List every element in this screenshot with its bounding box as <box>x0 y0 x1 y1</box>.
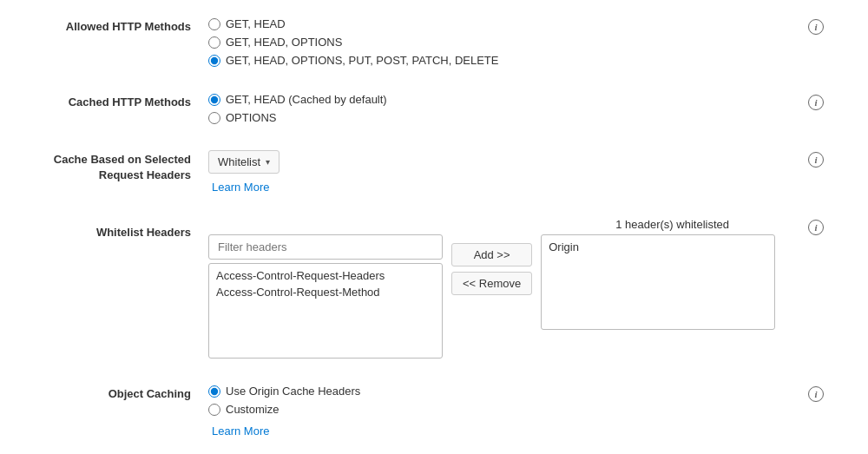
cached-label-2: OPTIONS <box>226 111 277 124</box>
cache-based-headers-info[interactable]: i <box>799 150 833 168</box>
whitelist-count-text: 1 header(s) whitelisted <box>615 218 729 231</box>
allowed-http-methods-controls: GET, HEAD GET, HEAD, OPTIONS GET, HEAD, … <box>208 17 799 69</box>
object-caching-option-1[interactable]: Use Origin Cache Headers <box>208 385 799 398</box>
cached-http-methods-info[interactable]: i <box>799 93 833 110</box>
object-caching-learn-more-link[interactable]: Learn More <box>212 424 799 438</box>
cache-based-headers-label: Cache Based on Selected Request Headers <box>35 150 208 183</box>
object-caching-radio-2[interactable] <box>208 404 220 416</box>
whitelist-headers-info-icon[interactable]: i <box>808 220 824 235</box>
allowed-option-2[interactable]: GET, HEAD, OPTIONS <box>208 36 799 49</box>
allowed-radio-1[interactable] <box>208 18 220 30</box>
cache-based-learn-more-link[interactable]: Learn More <box>212 181 799 194</box>
object-caching-controls: Use Origin Cache Headers Customize Learn… <box>208 385 799 438</box>
whitelist-dropdown-btn[interactable]: Whitelist ▾ <box>208 150 279 174</box>
header-item-access-control-request-method[interactable]: Access-Control-Request-Method <box>209 284 442 300</box>
allowed-info-icon[interactable]: i <box>808 19 824 35</box>
allowed-label-3: GET, HEAD, OPTIONS, PUT, POST, PATCH, DE… <box>226 54 498 67</box>
allowed-label-1: GET, HEAD <box>226 17 286 30</box>
cached-option-2[interactable]: OPTIONS <box>208 111 799 124</box>
allowed-http-methods-row: Allowed HTTP Methods GET, HEAD GET, HEAD… <box>35 17 833 77</box>
allowed-option-3[interactable]: GET, HEAD, OPTIONS, PUT, POST, PATCH, DE… <box>208 54 799 67</box>
whitelisted-col: Origin <box>541 234 775 330</box>
cached-http-methods-row: Cached HTTP Methods GET, HEAD (Cached by… <box>35 93 833 135</box>
allowed-radio-2[interactable] <box>208 36 220 49</box>
cache-based-headers-controls: Whitelist ▾ Learn More <box>208 150 799 194</box>
whitelist-dropdown-label: Whitelist <box>218 155 260 168</box>
whitelist-headers-controls: 1 header(s) whitelisted Access-Control-R… <box>208 218 799 359</box>
cached-option-1[interactable]: GET, HEAD (Cached by default) <box>208 93 799 106</box>
available-headers-list: Access-Control-Request-Headers Access-Co… <box>208 263 443 359</box>
whitelisted-headers-list: Origin <box>541 234 775 330</box>
allowed-option-1[interactable]: GET, HEAD <box>208 17 799 30</box>
dropdown-arrow-icon: ▾ <box>266 157 270 167</box>
object-caching-row: Object Caching Use Origin Cache Headers … <box>35 385 833 446</box>
cached-http-methods-controls: GET, HEAD (Cached by default) OPTIONS <box>208 93 799 126</box>
cached-http-methods-label: Cached HTTP Methods <box>35 93 208 110</box>
object-caching-label-2: Customize <box>226 403 279 416</box>
allowed-label-2: GET, HEAD, OPTIONS <box>226 36 342 49</box>
filter-headers-input[interactable] <box>208 234 443 260</box>
cached-label-1: GET, HEAD (Cached by default) <box>226 93 387 106</box>
object-caching-option-2[interactable]: Customize <box>208 403 799 416</box>
allowed-http-methods-info[interactable]: i <box>799 17 833 35</box>
object-caching-info[interactable]: i <box>799 385 833 402</box>
whitelist-headers-label: Whitelist Headers <box>35 218 208 240</box>
whitelist-headers-row: Whitelist Headers 1 header(s) whiteliste… <box>35 218 833 367</box>
object-caching-label: Object Caching <box>35 385 208 402</box>
object-caching-radio-1[interactable] <box>208 385 220 398</box>
whitelisted-header-origin[interactable]: Origin <box>542 239 774 255</box>
whitelist-headers-info[interactable]: i <box>799 218 833 235</box>
header-item-access-control-request-headers[interactable]: Access-Control-Request-Headers <box>209 267 442 284</box>
add-header-button[interactable]: Add >> <box>451 243 532 266</box>
remove-header-button[interactable]: << Remove <box>451 272 532 295</box>
cached-radio-2[interactable] <box>208 112 220 124</box>
add-remove-col: Add >> << Remove <box>451 234 532 295</box>
allowed-http-methods-label: Allowed HTTP Methods <box>35 17 208 35</box>
cache-based-info-icon[interactable]: i <box>808 152 824 168</box>
allowed-radio-3[interactable] <box>208 55 220 67</box>
object-caching-info-icon[interactable]: i <box>808 386 824 402</box>
cached-radio-1[interactable] <box>208 94 220 106</box>
cache-based-headers-row: Cache Based on Selected Request Headers … <box>35 150 833 202</box>
cached-info-icon[interactable]: i <box>808 95 824 110</box>
object-caching-label-1: Use Origin Cache Headers <box>226 385 360 398</box>
